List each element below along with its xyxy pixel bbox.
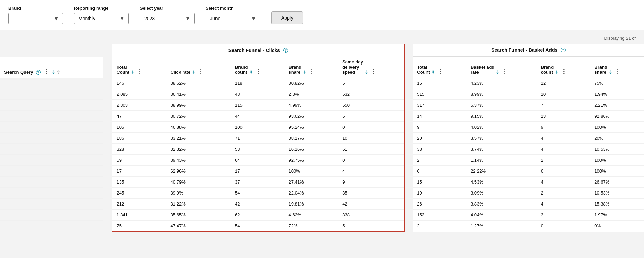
clicks-cell: 328	[112, 144, 166, 155]
select-month-filter-group: Select month June ▼	[206, 5, 260, 24]
basket-cell: 152	[413, 210, 467, 221]
same-day-menu-icon[interactable]: ⋮	[369, 68, 377, 75]
basket-cell: 20	[413, 133, 467, 144]
total-count-basket-col-header: TotalCount ⇩ ⋮	[413, 57, 467, 78]
clicks-cell: 0	[338, 122, 404, 133]
total-count-clicks-menu-icon[interactable]: ⋮	[136, 68, 144, 75]
basket-cell: 2.21%	[590, 100, 644, 111]
basket-section-label: Search Funnel - Basket Adds	[491, 47, 557, 53]
basket-cell: 10.53%	[590, 188, 644, 199]
clicks-cell: 40.79%	[166, 177, 231, 188]
basket-cell: 2	[537, 155, 591, 166]
select-month-value: June	[210, 16, 220, 21]
apply-button[interactable]: Apply	[271, 11, 303, 24]
search-query-cell	[0, 100, 103, 111]
click-rate-menu-icon[interactable]: ⋮	[197, 68, 205, 75]
clicks-cell: 61	[338, 144, 404, 155]
total-count-basket-sort-down-icon[interactable]: ⇩	[431, 70, 435, 75]
divider-col-1	[103, 44, 112, 57]
clicks-cell: 2.3%	[285, 89, 338, 100]
basket-cell: 100%	[590, 166, 644, 177]
brand-share-basket-sort-down-icon[interactable]: ⇩	[609, 70, 612, 75]
same-day-sort-down-icon[interactable]: ⇩	[364, 70, 368, 75]
basket-cell: 9.15%	[467, 111, 537, 122]
clicks-cell: 92.75%	[285, 155, 338, 166]
search-query-menu-icon[interactable]: ⋮	[42, 68, 50, 75]
brand-count-basket-sort-down-icon[interactable]: ⇩	[555, 70, 558, 75]
clicks-cell: 100	[231, 122, 285, 133]
clicks-cell: 2,085	[112, 89, 166, 100]
brand-chevron-icon: ▼	[54, 16, 59, 21]
search-query-cell	[0, 221, 103, 232]
divider-cell-1	[103, 144, 112, 155]
clicks-help-icon[interactable]: ?	[283, 48, 288, 53]
basket-cell: 8.99%	[467, 89, 537, 100]
clicks-cell: 1,341	[112, 210, 166, 221]
search-query-cell	[0, 78, 103, 89]
brand-count-basket-menu-icon[interactable]: ⋮	[560, 68, 568, 75]
click-rate-sort-down-icon[interactable]: ⇩	[192, 70, 195, 75]
clicks-cell: 118	[231, 78, 285, 89]
brand-count-basket-col-header: Brandcount ⇩ ⋮	[537, 57, 591, 78]
search-query-help-icon[interactable]: ?	[36, 70, 41, 75]
basket-cell: 4.23%	[467, 78, 537, 89]
basket-add-rate-sort-down-icon[interactable]: ⇩	[496, 70, 499, 75]
search-query-cell	[0, 210, 103, 221]
select-month-select[interactable]: June ▼	[206, 13, 260, 24]
clicks-cell: 53	[231, 144, 285, 155]
brand-share-clicks-menu-icon[interactable]: ⋮	[308, 68, 316, 75]
clicks-cell: 5	[338, 78, 404, 89]
brand-share-basket-menu-icon[interactable]: ⋮	[614, 68, 622, 75]
search-query-cell	[0, 111, 103, 122]
basket-cell: 1.97%	[590, 210, 644, 221]
divider-cell-1	[103, 177, 112, 188]
clicks-cell: 30.72%	[166, 111, 231, 122]
clicks-cell: 31.22%	[166, 199, 231, 210]
same-day-col-header: Same daydeliveryspeed ⇩ ⋮	[338, 57, 404, 78]
clicks-cell: 62.96%	[166, 166, 231, 177]
brand-count-clicks-sort-down-icon[interactable]: ⇩	[249, 70, 253, 75]
basket-cell: 0	[537, 221, 591, 232]
divider-cell-2	[404, 155, 413, 166]
search-query-cell	[0, 144, 103, 155]
brand-select[interactable]: ▼	[8, 13, 63, 24]
table-row: 1,34135.65%624.62%3381524.04%31.97%	[0, 210, 644, 221]
clicks-cell: 6	[338, 111, 404, 122]
clicks-cell: 35.65%	[166, 210, 231, 221]
clicks-cell: 135	[112, 177, 166, 188]
basket-cell: 19	[413, 188, 467, 199]
clicks-cell: 48	[231, 89, 285, 100]
basket-cell: 6	[537, 166, 591, 177]
brand-share-clicks-label: Brandshare	[289, 64, 302, 75]
divider-cell-2	[404, 78, 413, 89]
search-query-sort-up-icon[interactable]: ⇧	[57, 70, 60, 75]
reporting-range-select[interactable]: Monthly ▼	[74, 13, 129, 24]
select-month-chevron-icon: ▼	[251, 16, 256, 21]
basket-add-rate-menu-icon[interactable]: ⋮	[500, 68, 509, 75]
clicks-cell: 17	[112, 166, 166, 177]
select-year-select[interactable]: 2023 ▼	[140, 13, 195, 24]
basket-cell: 9	[413, 122, 467, 133]
brand-count-clicks-menu-icon[interactable]: ⋮	[254, 68, 262, 75]
search-query-sort-down-icon[interactable]: ⇩	[52, 70, 55, 75]
brand-share-clicks-sort-down-icon[interactable]: ⇩	[303, 70, 306, 75]
select-year-label: Select year	[140, 5, 195, 11]
basket-cell: 9	[537, 122, 591, 133]
clicks-cell: 2,303	[112, 100, 166, 111]
reporting-range-chevron-icon: ▼	[120, 16, 124, 21]
basket-cell: 100%	[590, 155, 644, 166]
total-count-clicks-sort-down-icon[interactable]: ⇩	[131, 70, 134, 75]
clicks-cell: 550	[338, 100, 404, 111]
brand-share-basket-label: Brandshare	[594, 64, 607, 75]
total-count-clicks-col-header: TotalCount ⇩ ⋮	[112, 57, 166, 78]
basket-cell: 3.83%	[467, 199, 537, 210]
table-row: 10546.88%10095.24%094.02%9100%	[0, 122, 644, 133]
basket-cell: 2	[413, 155, 467, 166]
brand-count-basket-label: Brandcount	[541, 64, 554, 75]
total-count-basket-menu-icon[interactable]: ⋮	[436, 68, 444, 75]
search-query-cell	[0, 188, 103, 199]
basket-help-icon[interactable]: ?	[561, 48, 566, 52]
basket-cell: 5.37%	[467, 100, 537, 111]
clicks-cell: 100%	[285, 166, 338, 177]
clicks-cell: 115	[231, 100, 285, 111]
